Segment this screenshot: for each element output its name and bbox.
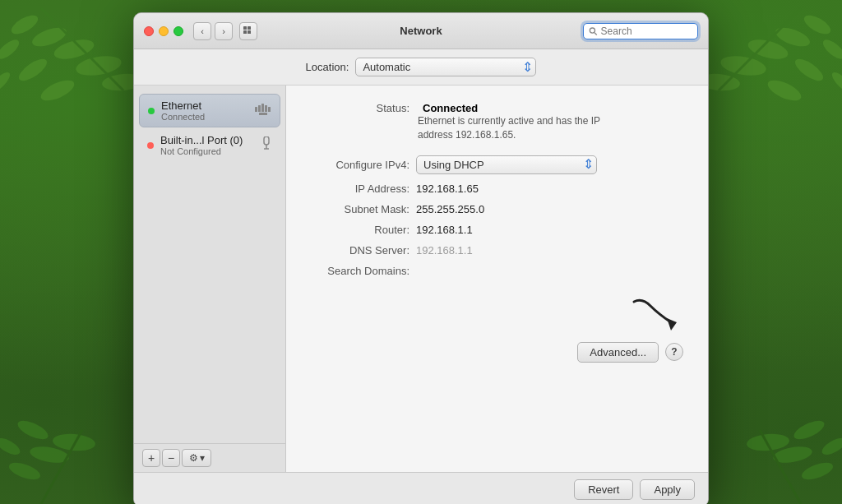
svg-rect-33 [248, 26, 251, 30]
location-bar: Location: Automatic Edit Locations... ⇕ [134, 49, 708, 86]
svg-rect-44 [264, 136, 269, 145]
builtin-icon [261, 136, 272, 155]
search-icon [589, 26, 598, 36]
svg-line-25 [41, 430, 82, 504]
router-value: 192.168.1.1 [416, 224, 473, 236]
svg-point-12 [820, 36, 842, 62]
svg-point-27 [772, 444, 813, 465]
window-wrapper: ‹ › Network [133, 12, 709, 504]
router-label: Router: [311, 224, 409, 236]
svg-point-3 [52, 36, 95, 62]
svg-point-14 [792, 55, 826, 85]
sidebar-toolbar: + − ⚙ ▾ [134, 443, 285, 472]
ip-label: IP Address: [311, 183, 409, 195]
svg-rect-42 [268, 107, 271, 112]
revert-button[interactable]: Revert [574, 479, 633, 500]
svg-point-4 [16, 55, 50, 85]
sidebar-item-ethernet[interactable]: Ethernet Connected [139, 94, 280, 127]
gear-arrow-icon: ▾ [200, 452, 205, 464]
subnet-value: 255.255.255.0 [416, 203, 484, 215]
status-value: Connected [423, 102, 478, 114]
forward-icon: › [222, 26, 225, 36]
svg-rect-35 [248, 30, 251, 34]
svg-point-10 [801, 12, 833, 38]
svg-point-6 [38, 76, 76, 105]
settings-button[interactable]: ⚙ ▾ [182, 449, 211, 467]
status-header: Status: Connected [311, 102, 683, 114]
svg-point-17 [829, 69, 842, 95]
svg-line-31 [760, 430, 801, 504]
svg-point-11 [773, 24, 812, 50]
dns-label: DNS Server: [311, 244, 409, 257]
forward-button[interactable]: › [215, 22, 233, 40]
network-window: ‹ › Network [133, 12, 709, 504]
svg-point-0 [8, 12, 40, 38]
add-interface-button[interactable]: + [142, 449, 160, 467]
apply-button[interactable]: Apply [640, 479, 695, 500]
svg-point-7 [0, 69, 13, 95]
status-label: Status: [311, 102, 409, 114]
configure-label: Configure IPv4: [311, 159, 409, 171]
search-box[interactable] [583, 23, 698, 39]
location-select[interactable]: Automatic Edit Locations... [355, 58, 536, 76]
arrow-decoration [626, 294, 683, 335]
help-button[interactable]: ? [665, 343, 683, 361]
traffic-lights [144, 26, 183, 36]
titlebar: ‹ › Network [134, 13, 708, 49]
svg-rect-40 [261, 104, 264, 112]
svg-point-22 [0, 435, 22, 458]
builtin-status-dot [147, 142, 154, 149]
svg-rect-41 [265, 105, 267, 112]
sidebar-item-builtin[interactable]: Built-in...l Port (0) Not Configured [139, 129, 280, 161]
detail-panel: Status: Connected Ethernet is currently … [286, 86, 708, 472]
svg-point-28 [820, 435, 842, 458]
subnet-label: Subnet Mask: [311, 203, 409, 215]
advanced-row: Advanced... ? [577, 342, 683, 363]
minimize-button[interactable] [159, 26, 169, 36]
svg-marker-45 [667, 318, 677, 331]
sidebar-list: Ethernet Connected [134, 86, 285, 443]
status-description: Ethernet is currently active and has the… [418, 114, 615, 142]
configure-select[interactable]: Using DHCP Manually Off [416, 155, 597, 174]
nav-buttons: ‹ › [193, 22, 257, 40]
back-icon: ‹ [201, 26, 204, 36]
window-title: Network [400, 25, 442, 37]
builtin-info: Built-in...l Port (0) Not Configured [160, 134, 254, 156]
svg-rect-39 [258, 105, 261, 112]
svg-point-29 [746, 432, 790, 452]
location-select-wrapper: Automatic Edit Locations... ⇕ [355, 58, 536, 76]
remove-icon: − [168, 451, 174, 465]
svg-point-20 [7, 460, 42, 483]
remove-interface-button[interactable]: − [162, 449, 180, 467]
svg-point-15 [719, 53, 768, 78]
footer: Revert Apply [134, 472, 708, 504]
close-button[interactable] [144, 26, 154, 36]
svg-point-30 [791, 417, 826, 442]
ip-row: IP Address: 192.168.1.65 [311, 183, 683, 195]
svg-point-24 [15, 417, 50, 442]
advanced-button[interactable]: Advanced... [577, 342, 659, 363]
maximize-button[interactable] [173, 26, 183, 36]
gear-icon: ⚙ [189, 452, 198, 464]
status-block: Status: Connected Ethernet is currently … [311, 102, 683, 142]
curved-arrow-icon [626, 294, 683, 335]
ethernet-info: Ethernet Connected [161, 99, 248, 122]
config-select-wrapper: Using DHCP Manually Off ⇕ [416, 155, 597, 174]
builtin-name: Built-in...l Port (0) [160, 134, 254, 146]
search-domains-label: Search Domains: [311, 265, 409, 277]
svg-rect-34 [243, 30, 247, 34]
ip-value: 192.168.1.65 [416, 183, 479, 195]
location-label: Location: [306, 61, 349, 73]
svg-line-19 [719, 8, 801, 90]
svg-point-2 [0, 36, 22, 62]
sidebar: Ethernet Connected [134, 86, 286, 472]
ethernet-name: Ethernet [161, 99, 248, 112]
back-button[interactable]: ‹ [193, 22, 211, 40]
advanced-section: Advanced... ? [311, 285, 683, 363]
dns-value: 192.168.1.1 [416, 244, 473, 257]
ethernet-status: Connected [161, 112, 248, 122]
dns-row: DNS Server: 192.168.1.1 [311, 244, 683, 257]
search-input[interactable] [601, 25, 692, 37]
subnet-row: Subnet Mask: 255.255.255.0 [311, 203, 683, 215]
grid-button[interactable] [239, 22, 257, 40]
